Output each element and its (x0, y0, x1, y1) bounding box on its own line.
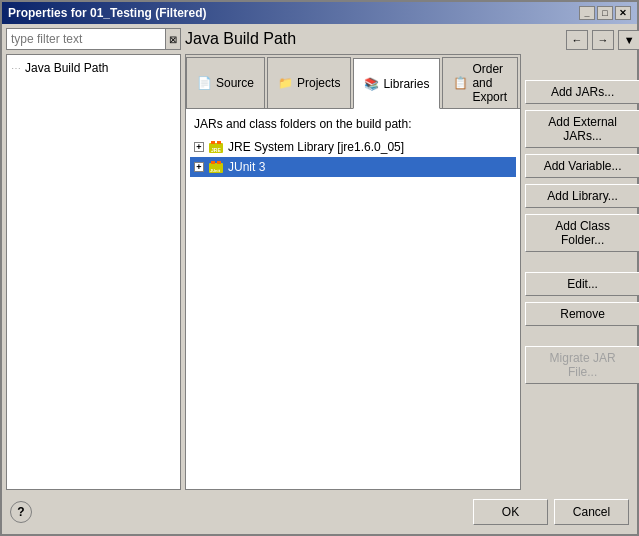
add-jars-button[interactable]: Add JARs... (525, 80, 639, 104)
expand-icon-jre[interactable]: + (194, 142, 204, 152)
title-bar-buttons: _ □ ✕ (579, 6, 631, 20)
svg-rect-2 (217, 141, 221, 144)
window-title: Properties for 01_Testing (Filtered) (8, 6, 207, 20)
list-item-junit[interactable]: + JUnit JUnit 3 (190, 157, 516, 177)
edit-button[interactable]: Edit... (525, 272, 639, 296)
tab-source-icon: 📄 (197, 76, 212, 90)
expand-icon-junit[interactable]: + (194, 162, 204, 172)
tab-projects-label: Projects (297, 76, 340, 90)
back-button[interactable]: ← (566, 30, 588, 50)
tree-panel: ⋯ Java Build Path (6, 54, 181, 490)
filter-box: ⊠ (6, 28, 181, 50)
tabs-and-list: 📄 Source 📁 Projects 📚 Libraries (185, 54, 521, 490)
tab-order-export-label: Order and Export (472, 62, 507, 104)
right-panel: Java Build Path ← → ▼ 📄 Source (185, 28, 639, 490)
footer: ? OK Cancel (6, 490, 633, 530)
panel-title: Java Build Path (185, 28, 296, 54)
svg-rect-1 (211, 141, 215, 144)
tree-item-java-build-path[interactable]: ⋯ Java Build Path (11, 59, 176, 77)
tab-order-export-icon: 📋 (453, 76, 468, 90)
tab-order-export[interactable]: 📋 Order and Export (442, 57, 518, 108)
close-button[interactable]: ✕ (615, 6, 631, 20)
forward-button[interactable]: → (592, 30, 614, 50)
svg-text:JUnit: JUnit (210, 168, 221, 173)
main-content: ⊠ ⋯ Java Build Path Java Build Path ← → (6, 28, 633, 490)
dropdown-button[interactable]: ▼ (618, 30, 639, 50)
tab-source[interactable]: 📄 Source (186, 57, 265, 108)
add-class-folder-button[interactable]: Add Class Folder... (525, 214, 639, 252)
svg-text:JRE: JRE (211, 147, 221, 153)
right-buttons: Add JARs... Add External JARs... Add Var… (525, 54, 639, 490)
add-variable-button[interactable]: Add Variable... (525, 154, 639, 178)
title-bar: Properties for 01_Testing (Filtered) _ □… (2, 2, 637, 24)
tree-item-label: Java Build Path (25, 61, 108, 75)
minimize-button[interactable]: _ (579, 6, 595, 20)
add-library-button[interactable]: Add Library... (525, 184, 639, 208)
left-panel: ⊠ ⋯ Java Build Path (6, 28, 181, 490)
footer-buttons: OK Cancel (473, 499, 629, 525)
list-item-jre-label: JRE System Library [jre1.6.0_05] (228, 140, 404, 154)
ok-button[interactable]: OK (473, 499, 548, 525)
tab-libraries-label: Libraries (383, 77, 429, 91)
cancel-button[interactable]: Cancel (554, 499, 629, 525)
help-button[interactable]: ? (10, 501, 32, 523)
content-area: 📄 Source 📁 Projects 📚 Libraries (185, 54, 639, 490)
remove-button[interactable]: Remove (525, 302, 639, 326)
migrate-button[interactable]: Migrate JAR File... (525, 346, 639, 384)
list-item-junit-label: JUnit 3 (228, 160, 265, 174)
list-area: JARs and class folders on the build path… (186, 109, 520, 489)
tab-bar: 📄 Source 📁 Projects 📚 Libraries (186, 55, 520, 109)
list-description: JARs and class folders on the build path… (190, 113, 516, 137)
add-external-jars-button[interactable]: Add External JARs... (525, 110, 639, 148)
filter-clear-button[interactable]: ⊠ (165, 29, 180, 49)
maximize-button[interactable]: □ (597, 6, 613, 20)
button-separator-2 (525, 332, 639, 340)
main-window: Properties for 01_Testing (Filtered) _ □… (0, 0, 639, 536)
tab-libraries[interactable]: 📚 Libraries (353, 58, 440, 109)
tab-projects[interactable]: 📁 Projects (267, 57, 351, 108)
window-body: ⊠ ⋯ Java Build Path Java Build Path ← → (2, 24, 637, 534)
tree-dots: ⋯ (11, 63, 21, 74)
tab-projects-icon: 📁 (278, 76, 293, 90)
button-separator-1 (525, 258, 639, 266)
junit-library-icon: JUnit (208, 159, 224, 175)
list-item-jre[interactable]: + JRE JRE System Library [jre1.6.0_05] (190, 137, 516, 157)
tab-libraries-icon: 📚 (364, 77, 379, 91)
svg-rect-6 (217, 161, 221, 164)
nav-bar: ← → ▼ (566, 30, 639, 52)
filter-input[interactable] (7, 32, 165, 46)
svg-rect-5 (211, 161, 215, 164)
tab-source-label: Source (216, 76, 254, 90)
jre-library-icon: JRE (208, 139, 224, 155)
